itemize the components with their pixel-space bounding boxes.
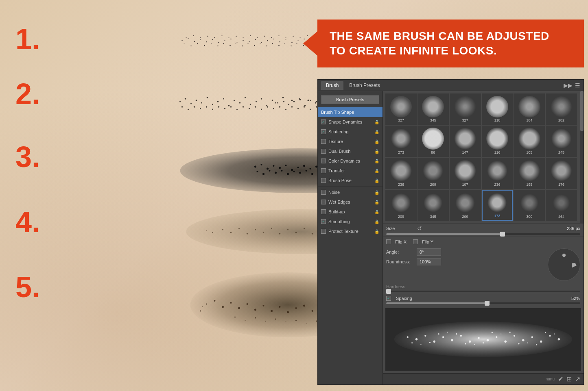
flip-x-label: Flip X [395, 239, 407, 244]
brush-cell-195[interactable]: 195 [514, 158, 545, 189]
texture-checkbox[interactable] [321, 139, 326, 144]
menu-item-smoothing[interactable]: ✓ Smoothing 🔒 [318, 217, 383, 226]
menu-item-texture[interactable]: Texture 🔒 [318, 137, 383, 146]
svg-point-320 [465, 343, 466, 344]
tab-brush[interactable]: Brush [321, 81, 343, 90]
transfer-checkbox[interactable] [321, 168, 326, 173]
svg-point-288 [275, 319, 276, 320]
angle-dial[interactable]: ▶ [548, 248, 580, 281]
menu-item-protect-texture[interactable]: Protect Texture 🔒 [318, 226, 383, 236]
panel-menu-icon[interactable]: ☰ [575, 82, 580, 89]
spacing-slider-thumb[interactable] [485, 301, 490, 306]
scattering-checkbox[interactable]: ✓ [321, 129, 326, 134]
svg-point-115 [196, 100, 197, 101]
flip-y-checkbox[interactable] [413, 239, 418, 244]
hardness-slider-thumb[interactable] [386, 289, 391, 294]
svg-point-1 [181, 40, 182, 41]
protect-texture-checkbox[interactable] [321, 229, 326, 234]
shape-dynamics-checkbox[interactable]: ✓ [321, 119, 326, 124]
spacing-checkbox[interactable]: ✓ [386, 296, 391, 301]
svg-point-240 [271, 228, 272, 229]
svg-point-119 [217, 101, 219, 102]
svg-point-285 [245, 320, 246, 321]
menu-item-color-dynamics[interactable]: Color Dynamics 🔒 [318, 156, 383, 166]
size-slider-thumb[interactable] [500, 232, 505, 237]
brush-cell-105[interactable]: 105 [514, 126, 545, 157]
brush-cell-282[interactable]: 282 [546, 93, 577, 125]
brush-cell-345-2[interactable]: 345 [418, 190, 449, 221]
svg-point-129 [272, 100, 273, 101]
brush-cell-209-1[interactable]: 209 [418, 158, 449, 189]
brush-cell-173[interactable]: 173 [482, 190, 513, 221]
brush-cell-116[interactable]: 116 [482, 126, 513, 157]
svg-point-296 [407, 337, 408, 338]
brush-presets-button[interactable]: Brush Presets [321, 95, 379, 104]
tab-brush-presets[interactable]: Brush Presets [344, 81, 385, 90]
svg-point-265 [254, 309, 256, 311]
angle-input[interactable] [417, 248, 441, 256]
svg-point-242 [287, 229, 289, 230]
brush-cell-184[interactable]: 184 [514, 93, 545, 125]
svg-point-8 [225, 40, 225, 41]
brush-pose-checkbox[interactable] [321, 178, 326, 183]
hardness-slider[interactable] [386, 291, 580, 292]
brush-cell-209-2[interactable]: 209 [385, 190, 417, 221]
flip-y-control[interactable]: Flip Y [413, 239, 433, 244]
buildup-checkbox[interactable] [321, 209, 326, 214]
reset-size-icon[interactable]: ↺ [417, 225, 422, 232]
svg-point-165 [236, 109, 238, 110]
svg-point-82 [214, 37, 215, 38]
menu-item-noise[interactable]: Noise 🔒 [318, 187, 383, 197]
svg-point-195 [299, 99, 301, 100]
brush-cell-236-2[interactable]: 236 [482, 158, 513, 189]
size-label: Size [386, 226, 415, 231]
grid-icon[interactable]: ⊞ [566, 375, 572, 383]
brush-cell-345-1[interactable]: 345 [418, 93, 449, 125]
menu-item-wet-edges[interactable]: Wet Edges 🔒 [318, 197, 383, 207]
menu-item-shape-dynamics[interactable]: ✓ Shape Dynamics 🔒 [318, 117, 383, 127]
brush-cell-300[interactable]: 300 [514, 190, 545, 221]
sidebar-divider [318, 186, 383, 187]
flip-x-control[interactable]: Flip X [386, 239, 407, 244]
smoothing-checkbox[interactable]: ✓ [321, 219, 326, 224]
brush-cell-118[interactable]: 118 [482, 93, 513, 125]
menu-item-buildup[interactable]: Build-up 🔒 [318, 207, 383, 217]
menu-item-dual-brush[interactable]: Dual Brush 🔒 [318, 146, 383, 156]
dual-brush-checkbox[interactable] [321, 149, 326, 154]
svg-point-80 [200, 37, 201, 38]
export-icon[interactable]: ↗ [575, 375, 580, 383]
menu-item-transfer[interactable]: Transfer 🔒 [318, 166, 383, 176]
brush-cell-86[interactable]: 86 [418, 126, 449, 157]
panel-forward-icon[interactable]: ▶▶ [564, 82, 573, 89]
brush-cell-147[interactable]: 147 [450, 126, 481, 157]
brush-grid-scrollbar[interactable] [580, 91, 584, 223]
brush-cell-464[interactable]: 464 [546, 190, 577, 221]
wet-edges-checkbox[interactable] [321, 200, 326, 204]
brush-cell-107[interactable]: 107 [450, 158, 481, 189]
svg-point-218 [257, 171, 258, 172]
brush-cell-245[interactable]: 245 [546, 126, 577, 157]
brush-cell-273[interactable]: 273 [385, 126, 417, 157]
brush-cell-176[interactable]: 176 [546, 158, 577, 189]
svg-point-196 [291, 100, 293, 101]
menu-item-brush-pose[interactable]: Brush Pose 🔒 [318, 176, 383, 185]
roundness-input[interactable] [417, 258, 441, 265]
brush-cell-236-1[interactable]: 236 [385, 158, 417, 189]
menu-item-scattering[interactable]: ✓ Scattering 🔒 [318, 127, 383, 137]
scattering-lock: 🔒 [374, 130, 379, 134]
size-slider[interactable] [386, 233, 580, 235]
menu-item-brush-tip-shape[interactable]: Brush Tip Shape [318, 107, 383, 117]
noise-checkbox[interactable] [321, 190, 326, 195]
svg-point-89 [264, 36, 265, 37]
brush-cell-327-2[interactable]: 327 [450, 93, 481, 125]
flip-x-checkbox[interactable] [386, 239, 391, 244]
brush-cell-209-3[interactable]: 209 [450, 190, 481, 221]
brush-cell-327-1[interactable]: 327 [385, 93, 417, 125]
roundness-label: Roundness: [386, 259, 417, 264]
spacing-slider[interactable] [386, 302, 580, 304]
svg-point-9 [230, 39, 231, 39]
checkmark-icon[interactable]: ✔ [558, 375, 563, 383]
color-dynamics-checkbox[interactable] [321, 159, 326, 163]
svg-point-211 [303, 165, 305, 167]
svg-point-46 [223, 43, 224, 44]
